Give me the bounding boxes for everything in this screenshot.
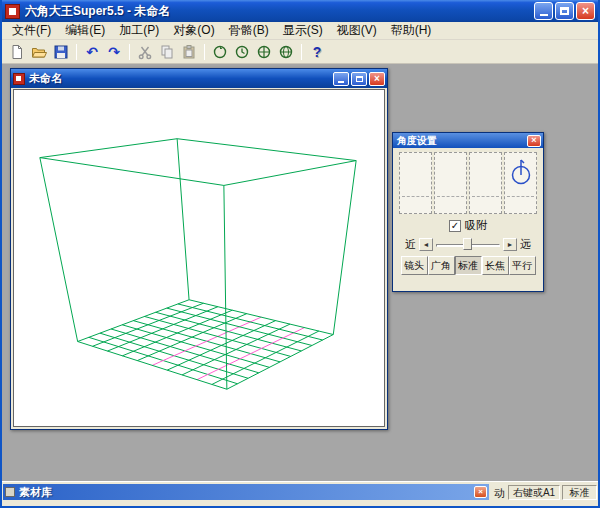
redo-icon[interactable]: ↷ [103, 42, 125, 62]
toolbar-separator [76, 44, 77, 60]
orbit-icon[interactable] [253, 42, 275, 62]
angle-palette: 角度设置 × ✓ 吸附 [392, 132, 544, 292]
material-panel-title: 素材库 [19, 485, 474, 500]
document-title: 未命名 [29, 71, 333, 86]
snap-checkbox[interactable]: ✓ [449, 220, 461, 232]
doc-maximize-button[interactable] [351, 72, 367, 86]
angle-palette-title: 角度设置 [397, 134, 527, 148]
copy-icon[interactable] [156, 42, 178, 62]
snap-row: ✓ 吸附 [397, 218, 539, 233]
toolbar-separator [301, 44, 302, 60]
paste-icon[interactable] [178, 42, 200, 62]
toolbar-separator [129, 44, 130, 60]
rotate-view-icon[interactable] [209, 42, 231, 62]
menu-view[interactable]: 视图(V) [330, 21, 384, 40]
toolbar-separator [204, 44, 205, 60]
lens-button[interactable]: 标准 [455, 256, 482, 275]
titlebar: 六角大王Super5.5 - 未命名 × [2, 0, 598, 22]
document-icon [13, 73, 25, 85]
window-title: 六角大王Super5.5 - 未命名 [25, 3, 534, 20]
wireframe-svg [14, 90, 384, 426]
doc-close-button[interactable]: × [369, 72, 385, 86]
document-window: 未命名 × [10, 68, 388, 430]
menu-object[interactable]: 对象(O) [166, 21, 221, 40]
snap-label: 吸附 [465, 218, 487, 233]
menu-help[interactable]: 帮助(H) [384, 21, 439, 40]
material-panel-bar[interactable]: 素材库 × [3, 484, 489, 500]
close-button[interactable]: × [576, 2, 595, 20]
minimize-button[interactable] [534, 2, 553, 20]
cut-icon[interactable] [134, 42, 156, 62]
status-cell-standard: 标准 [562, 485, 597, 500]
far-label: 远 [520, 237, 531, 252]
lens-button[interactable]: 广角 [428, 256, 455, 275]
bottom-bar: 素材库 × 动 右键或A1 标准 [2, 481, 598, 506]
angle-presets [397, 152, 539, 214]
toolbar: ↶ ↷ ? [2, 40, 598, 64]
save-icon[interactable] [50, 42, 72, 62]
distance-slider-row: 近 ◄ ► 远 [397, 237, 539, 252]
new-icon[interactable] [6, 42, 28, 62]
slider-left-arrow-icon[interactable]: ◄ [419, 238, 433, 251]
status-cell-mode: 右键或A1 [508, 485, 560, 500]
clock-icon[interactable] [231, 42, 253, 62]
angle-palette-close-icon[interactable]: × [527, 135, 541, 147]
menu-file[interactable]: 文件(F) [5, 21, 58, 40]
angle-preset-cell[interactable] [399, 152, 432, 214]
app-icon [5, 4, 20, 19]
model-canvas[interactable] [13, 89, 385, 427]
lens-button[interactable]: 镜头 [401, 256, 428, 275]
menu-edit[interactable]: 编辑(E) [58, 21, 112, 40]
slider-thumb[interactable] [463, 238, 472, 250]
rotation-dial-icon [509, 157, 533, 195]
menu-bone[interactable]: 骨骼(B) [222, 21, 276, 40]
workspace: 未命名 × 角度设置 × [2, 64, 598, 481]
status-left-text: 动 [494, 486, 505, 501]
doc-minimize-button[interactable] [333, 72, 349, 86]
menu-process[interactable]: 加工(P) [112, 21, 166, 40]
near-label: 近 [405, 237, 416, 252]
open-icon[interactable] [28, 42, 50, 62]
angle-palette-titlebar[interactable]: 角度设置 × [393, 133, 543, 148]
app-window: 六角大王Super5.5 - 未命名 × 文件(F) 编辑(E) 加工(P) 对… [0, 0, 600, 508]
document-titlebar: 未命名 × [11, 69, 387, 88]
menu-display[interactable]: 显示(S) [276, 21, 330, 40]
lens-button-row: 镜头 广角 标准 长焦 平行 [397, 256, 539, 275]
angle-preset-cell[interactable] [469, 152, 502, 214]
menubar: 文件(F) 编辑(E) 加工(P) 对象(O) 骨骼(B) 显示(S) 视图(V… [2, 22, 598, 40]
undo-icon[interactable]: ↶ [81, 42, 103, 62]
lens-button[interactable]: 长焦 [482, 256, 509, 275]
material-panel-icon [5, 487, 15, 497]
maximize-button[interactable] [555, 2, 574, 20]
help-icon[interactable]: ? [306, 42, 328, 62]
globe-icon[interactable] [275, 42, 297, 62]
slider-right-arrow-icon[interactable]: ► [503, 238, 517, 251]
material-panel-close-icon[interactable]: × [474, 486, 487, 498]
lens-button[interactable]: 平行 [509, 256, 536, 275]
angle-preset-cell[interactable] [504, 152, 537, 214]
distance-slider[interactable] [436, 238, 500, 251]
angle-preset-cell[interactable] [434, 152, 467, 214]
